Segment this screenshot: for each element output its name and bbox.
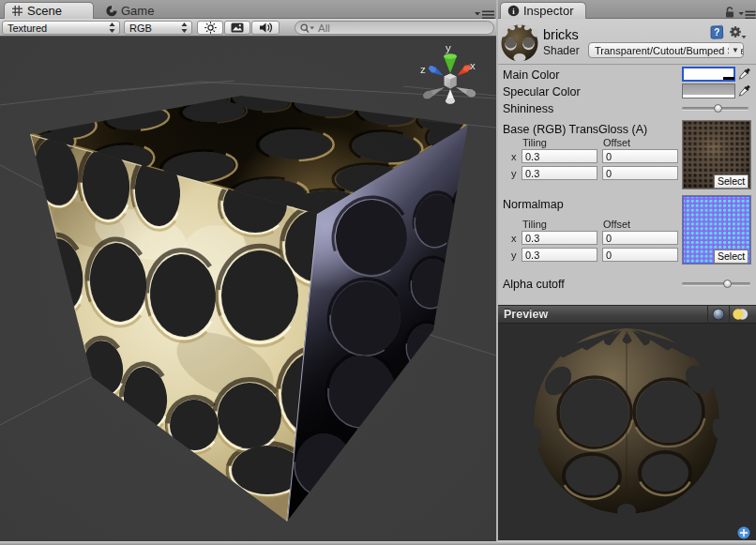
svg-text:y: y	[446, 42, 451, 53]
svg-text:z: z	[420, 64, 426, 75]
svg-text:?: ?	[714, 27, 719, 38]
svg-text:x: x	[470, 60, 476, 71]
